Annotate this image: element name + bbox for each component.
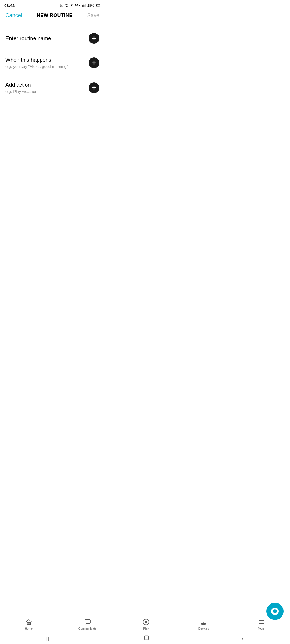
action-add-button[interactable]: [89, 82, 99, 93]
battery-percent: 28%: [87, 3, 94, 8]
action-subtitle: e.g. Play weather: [5, 89, 37, 94]
network-icon: 4G+: [75, 4, 80, 7]
action-text-group: Add action e.g. Play weather: [5, 82, 37, 94]
status-icons: 4G+ 28%: [60, 3, 100, 8]
content-area: Enter routine name When this happens e.g…: [0, 27, 105, 100]
page-title: NEW ROUTINE: [37, 13, 73, 18]
trigger-text-group: When this happens e.g. you say "Alexa, g…: [5, 57, 68, 69]
trigger-add-button[interactable]: [89, 57, 99, 68]
nfc-icon: [60, 3, 64, 7]
svg-rect-7: [84, 5, 85, 7]
cancel-button[interactable]: Cancel: [5, 12, 22, 19]
routine-name-text-group: Enter routine name: [5, 35, 51, 42]
trigger-subtitle: e.g. you say "Alexa, good morning": [5, 64, 68, 69]
add-action-section[interactable]: Add action e.g. Play weather: [0, 75, 105, 100]
svg-rect-0: [60, 4, 63, 7]
save-button[interactable]: Save: [87, 12, 99, 19]
top-nav: Cancel NEW ROUTINE Save: [0, 10, 105, 21]
svg-point-1: [61, 5, 62, 6]
routine-name-section[interactable]: Enter routine name: [0, 27, 105, 50]
location-icon: [70, 3, 73, 7]
svg-rect-5: [82, 5, 83, 7]
svg-rect-6: [83, 5, 84, 7]
plus-icon-action: [91, 85, 97, 91]
plus-icon: [91, 35, 97, 41]
signal-icon: [82, 3, 86, 7]
svg-rect-8: [85, 4, 86, 7]
battery-icon: [96, 4, 100, 7]
trigger-title: When this happens: [5, 57, 68, 63]
svg-rect-11: [100, 5, 100, 6]
routine-name-add-button[interactable]: [89, 33, 99, 44]
svg-rect-4: [82, 6, 82, 7]
status-bar: 08:42 4G+ 28%: [0, 0, 105, 10]
when-trigger-section[interactable]: When this happens e.g. you say "Alexa, g…: [0, 50, 105, 75]
routine-name-label: Enter routine name: [5, 35, 51, 42]
svg-point-3: [71, 4, 72, 5]
status-time: 08:42: [4, 3, 15, 8]
alarm-icon: [65, 3, 69, 7]
action-title: Add action: [5, 82, 37, 88]
plus-icon-trigger: [91, 60, 97, 66]
svg-rect-10: [96, 5, 97, 6]
